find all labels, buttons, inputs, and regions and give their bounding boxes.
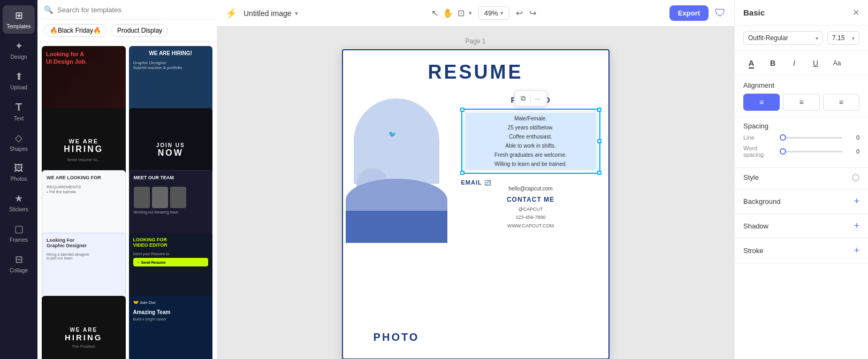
line-spacing-thumb[interactable] bbox=[780, 134, 786, 141]
add-background-button[interactable]: + bbox=[854, 196, 859, 207]
resume-illustration: 🐦 bbox=[346, 93, 447, 243]
more-options-icon[interactable]: ··· bbox=[532, 94, 543, 104]
font-color-button[interactable]: A bbox=[743, 55, 759, 71]
file-title: Untitled image bbox=[243, 9, 292, 18]
resume-canvas[interactable]: RESUME 🐦 PHOTO bbox=[342, 49, 610, 359]
line-spacing-track[interactable] bbox=[780, 137, 842, 139]
sidebar-item-label: Design bbox=[10, 54, 27, 60]
toolbar: ⚡ Untitled image ▾ ↖ ✋ ⊡ ▾ 49% ▾ ↩ ↪ Exp… bbox=[217, 0, 734, 27]
sidebar-item-collage[interactable]: ⊟ Collage bbox=[3, 249, 35, 278]
word-spacing-track[interactable] bbox=[780, 151, 842, 152]
email-value: hello@capcut.com bbox=[461, 186, 600, 192]
handle-mid-right[interactable] bbox=[597, 139, 601, 143]
sidebar-item-templates[interactable]: ⊞ Templates bbox=[3, 5, 35, 34]
copy-icon[interactable]: ⧉ bbox=[519, 93, 528, 104]
add-shadow-button[interactable]: + bbox=[854, 220, 859, 232]
format-row: A B I U Aa bbox=[735, 51, 868, 76]
contact-label: CONTACT ME bbox=[461, 196, 600, 203]
sidebar-item-shapes[interactable]: ◇ Shapes bbox=[3, 128, 35, 156]
tag-black-friday[interactable]: 🔥Black Friday🔥 bbox=[44, 24, 107, 37]
photos-icon: 🖼 bbox=[14, 163, 24, 174]
underline-icon: U bbox=[813, 59, 818, 67]
text-box-selected[interactable]: ⧉ ··· Male/Female. 25 years old/below. bbox=[461, 109, 600, 174]
sidebar-item-stickers[interactable]: ★ Stickers bbox=[3, 188, 35, 217]
shadow-section[interactable]: Shadow + bbox=[735, 214, 868, 239]
hand-tool-icon[interactable]: ✋ bbox=[443, 8, 453, 18]
panel-header: Basic ✕ bbox=[735, 0, 868, 26]
collage-icon: ⊟ bbox=[15, 254, 23, 265]
search-bar: 🔍 bbox=[37, 0, 217, 20]
sidebar-item-design[interactable]: ✦ Design bbox=[3, 36, 35, 64]
main-canvas: ⚡ Untitled image ▾ ↖ ✋ ⊡ ▾ 49% ▾ ↩ ↪ Exp… bbox=[217, 0, 734, 359]
font-family-select[interactable]: Outfit-Regular ▾ bbox=[743, 31, 823, 45]
zoom-dropdown-icon: ▾ bbox=[500, 10, 504, 17]
font-size-select[interactable]: 7.15 ▾ bbox=[827, 31, 859, 45]
align-left-button[interactable]: ≡ bbox=[743, 94, 780, 111]
export-button[interactable]: Export bbox=[669, 5, 709, 21]
line-spacing-value: 0 bbox=[847, 134, 859, 141]
background-section[interactable]: Background + bbox=[735, 189, 868, 214]
line-spacing-row: Line 0 bbox=[743, 134, 859, 141]
word-spacing-value: 0 bbox=[847, 148, 859, 155]
search-input[interactable] bbox=[57, 6, 210, 14]
align-right-icon: ≡ bbox=[839, 98, 843, 106]
handle-bottom-right[interactable] bbox=[597, 171, 601, 175]
email-label: EMAIL 🔄 bbox=[461, 179, 600, 186]
resume-title: RESUME bbox=[343, 61, 608, 83]
add-stroke-button[interactable]: + bbox=[854, 245, 859, 256]
italic-button[interactable]: I bbox=[786, 55, 802, 71]
tag-product-display[interactable]: Product Display bbox=[111, 24, 168, 37]
toolbar-tools: ↖ ✋ ⊡ ▾ bbox=[431, 8, 472, 18]
close-button[interactable]: ✕ bbox=[852, 7, 859, 18]
redo-icon[interactable]: ↪ bbox=[529, 8, 536, 18]
frame-tool-icon[interactable]: ⊡ bbox=[458, 8, 465, 18]
photo-text: PHOTO bbox=[374, 331, 420, 343]
sidebar-item-label: Frames bbox=[10, 237, 28, 243]
sidebar-item-photos[interactable]: 🖼 Photos bbox=[3, 158, 35, 186]
sidebar-item-label: Upload bbox=[10, 85, 27, 90]
style-radio[interactable] bbox=[852, 174, 859, 181]
dropdown-chevron-icon[interactable]: ▾ bbox=[295, 10, 298, 17]
case-button[interactable]: Aa bbox=[829, 55, 845, 71]
alignment-label: Alignment bbox=[743, 81, 859, 89]
sidebar-item-upload[interactable]: ⬆ Upload bbox=[3, 66, 35, 95]
template-card[interactable]: WE ARE HIRING The Position bbox=[42, 296, 126, 359]
floating-toolbar: ⧉ ··· bbox=[514, 90, 547, 106]
search-icon: 🔍 bbox=[44, 5, 53, 14]
tag-bar: 🔥Black Friday🔥 Product Display bbox=[37, 20, 217, 42]
chevron-down-icon: ▾ bbox=[852, 35, 855, 41]
template-card[interactable]: 🤝 Join Our Amazing Team Build a bright c… bbox=[129, 296, 213, 359]
stickers-icon: ★ bbox=[14, 193, 23, 204]
handle-bottom-left[interactable] bbox=[460, 171, 465, 175]
align-right-button[interactable]: ≡ bbox=[823, 94, 859, 111]
undo-icon[interactable]: ↩ bbox=[516, 8, 523, 18]
email-section: EMAIL 🔄 hello@capcut.com bbox=[461, 179, 600, 192]
shadow-label: Shadow bbox=[743, 222, 768, 230]
resume-left-panel: 🐦 PHOTO bbox=[343, 93, 450, 358]
panel-title: Basic bbox=[743, 8, 765, 17]
underline-button[interactable]: U bbox=[808, 55, 824, 71]
canvas-page: Page 1 RESUME 🐦 bbox=[342, 37, 610, 359]
contact-section: CONTACT ME @CAPCUT 123-456-7890 WWW.CAPC… bbox=[461, 196, 600, 230]
sidebar-item-label: Collage bbox=[10, 268, 28, 273]
italic-icon: I bbox=[793, 59, 795, 67]
shield-icon: 🛡 bbox=[715, 7, 726, 19]
page-label: Page 1 bbox=[342, 37, 610, 45]
stroke-section[interactable]: Stroke + bbox=[735, 239, 868, 263]
word-spacing-thumb[interactable] bbox=[780, 148, 786, 155]
dropdown-frame-icon[interactable]: ▾ bbox=[469, 10, 472, 17]
sidebar-item-label: Stickers bbox=[9, 207, 28, 212]
pointer-tool-icon[interactable]: ↖ bbox=[431, 8, 438, 18]
photo-placeholder: PHOTO bbox=[343, 316, 450, 358]
style-header: Style bbox=[743, 173, 859, 181]
contact-web: WWW.CAPCUT.COM bbox=[461, 222, 600, 230]
align-center-button[interactable]: ≡ bbox=[783, 94, 819, 111]
zoom-control[interactable]: 49% ▾ bbox=[478, 6, 509, 20]
sidebar-item-frames[interactable]: ▢ Frames bbox=[3, 219, 35, 247]
word-spacing-label: Word spacing bbox=[743, 145, 775, 158]
handle-top-left[interactable] bbox=[460, 108, 465, 112]
sidebar-item-label: Shapes bbox=[10, 146, 28, 152]
sidebar-item-text[interactable]: T Text bbox=[3, 97, 35, 126]
bold-button[interactable]: B bbox=[765, 55, 781, 71]
handle-top-right[interactable] bbox=[597, 108, 601, 112]
